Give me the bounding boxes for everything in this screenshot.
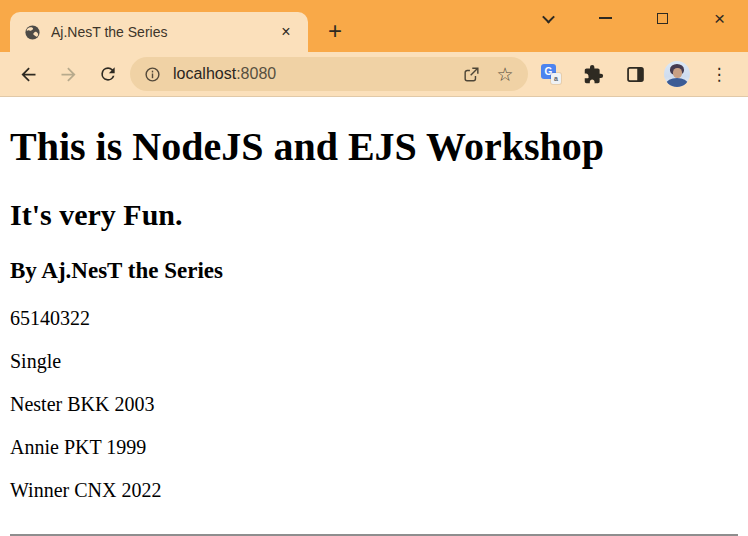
window-close-icon: × xyxy=(714,9,725,28)
profile-avatar xyxy=(664,61,690,87)
new-tab-button[interactable]: + xyxy=(321,17,349,45)
side-panel-icon xyxy=(625,64,646,85)
tab-search-button[interactable] xyxy=(520,0,577,36)
line-item-1: Nester BKK 2003 xyxy=(10,393,738,416)
back-button[interactable] xyxy=(8,56,48,92)
side-panel-button[interactable] xyxy=(614,56,656,92)
star-icon: ☆ xyxy=(496,65,513,84)
menu-button[interactable]: ⋮ xyxy=(698,56,740,92)
forward-button[interactable] xyxy=(48,56,88,92)
tab-title: Aj.NesT the Series xyxy=(51,24,276,40)
chevron-down-icon xyxy=(542,10,555,23)
minimize-button[interactable] xyxy=(577,0,634,36)
minimize-icon xyxy=(599,17,612,19)
three-dot-menu-icon: ⋮ xyxy=(711,66,728,83)
bookmark-button[interactable]: ☆ xyxy=(492,61,518,87)
share-button[interactable] xyxy=(458,61,484,87)
address-bar[interactable]: localhost:8080 ☆ xyxy=(130,57,528,91)
window-controls: × xyxy=(520,0,748,36)
line-status: Single xyxy=(10,350,738,373)
browser-toolbar: localhost:8080 ☆ G a xyxy=(0,52,748,97)
globe-favicon-icon xyxy=(24,24,41,41)
translate-icon: G a xyxy=(541,64,561,84)
line-item-2: Annie PKT 1999 xyxy=(10,436,738,459)
back-arrow-icon xyxy=(18,64,39,85)
url-host: localhost xyxy=(173,65,236,82)
line-student-id: 65140322 xyxy=(10,307,738,330)
site-info-icon[interactable] xyxy=(144,66,161,83)
reload-icon xyxy=(98,64,118,84)
url-port: :8080 xyxy=(236,65,276,82)
page-subtitle: It's very Fun. xyxy=(10,197,738,232)
reload-button[interactable] xyxy=(88,56,128,92)
puzzle-icon xyxy=(583,64,604,85)
page-content: This is NodeJS and EJS Workshop It's ver… xyxy=(0,97,748,536)
url-text: localhost:8080 xyxy=(173,65,450,83)
tab-close-icon[interactable]: × xyxy=(276,22,296,42)
forward-arrow-icon xyxy=(58,64,79,85)
page-author: By Aj.NesT the Series xyxy=(10,257,738,284)
titlebar: Aj.NesT the Series × + × xyxy=(0,0,748,52)
window-close-button[interactable]: × xyxy=(691,0,748,36)
translate-button[interactable]: G a xyxy=(530,56,572,92)
extensions-button[interactable] xyxy=(572,56,614,92)
share-icon xyxy=(462,65,481,84)
maximize-button[interactable] xyxy=(634,0,691,36)
maximize-icon xyxy=(657,13,668,24)
browser-window: Aj.NesT the Series × + × xyxy=(0,0,748,536)
browser-tab[interactable]: Aj.NesT the Series × xyxy=(10,12,308,52)
profile-button[interactable] xyxy=(656,56,698,92)
line-item-3: Winner CNX 2022 xyxy=(10,479,738,502)
page-title: This is NodeJS and EJS Workshop xyxy=(10,124,738,170)
